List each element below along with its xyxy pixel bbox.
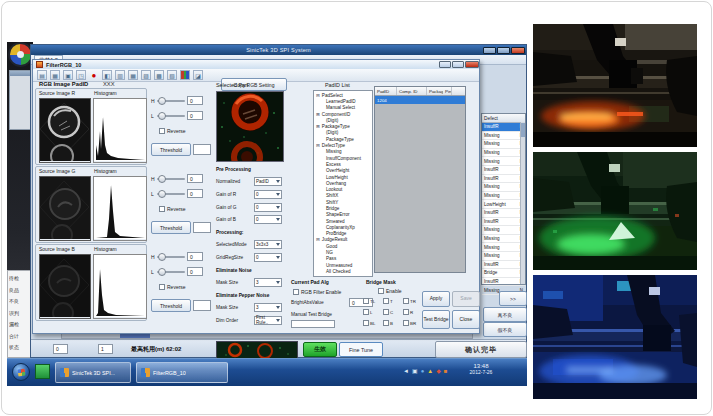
bridge-cell-checkbox[interactable] — [403, 298, 409, 304]
tray-icon[interactable]: ▲ — [427, 368, 433, 374]
expand-icon[interactable]: ⊞ — [316, 124, 320, 129]
apply-button[interactable]: Apply — [422, 291, 450, 307]
h-value-g[interactable]: 0 — [187, 174, 203, 183]
defect-row[interactable]: MissingN — [482, 149, 525, 158]
l-slider-r[interactable] — [157, 112, 185, 120]
source-image-b[interactable] — [39, 254, 91, 319]
param-dropdown[interactable]: 0 — [254, 253, 282, 262]
rgb-filter-icon[interactable] — [180, 70, 190, 80]
tray-icon[interactable]: ◆ — [436, 368, 441, 374]
bridge-mask-cell[interactable]: TR — [403, 298, 423, 304]
tray-icon[interactable]: ◄ — [403, 368, 409, 374]
l-slider-b[interactable] — [157, 268, 185, 276]
bridge-mask-cell[interactable]: TL — [363, 298, 383, 304]
record-icon[interactable]: ● — [89, 70, 99, 80]
defect-column-header[interactable]: Defect — [482, 114, 525, 123]
param-dropdown[interactable]: 0 — [254, 203, 282, 212]
param-dropdown[interactable]: PadID — [254, 177, 282, 186]
source-image-r[interactable] — [39, 98, 91, 163]
defect-row[interactable]: InsuffRN — [482, 261, 525, 270]
h-slider-r[interactable] — [157, 97, 185, 105]
taskbar-app-button[interactable]: FilterRGB_10 — [136, 362, 228, 383]
save-icon[interactable]: ▦ — [50, 70, 60, 80]
h-slider-g[interactable] — [157, 175, 185, 183]
print-icon[interactable]: ▣ — [63, 70, 73, 80]
reverse-checkbox-g[interactable] — [159, 206, 165, 212]
reverse-checkbox-r[interactable] — [159, 128, 165, 134]
source-image-g[interactable] — [39, 176, 91, 241]
bridge-enable-checkbox[interactable] — [378, 288, 384, 294]
defect-row[interactable]: InsuffRN — [482, 175, 525, 184]
tray-icon[interactable]: ■ — [444, 368, 448, 374]
threshold-value-g[interactable] — [193, 222, 211, 233]
bridge-cell-checkbox[interactable] — [403, 309, 409, 315]
brush-icon[interactable]: ▧ — [167, 70, 177, 80]
rgb-filter-checkbox[interactable] — [293, 289, 299, 295]
more-defects-button[interactable]: >> — [499, 291, 527, 306]
status-value-1[interactable]: 0 — [53, 344, 68, 354]
h-value-b[interactable]: 0 — [187, 252, 203, 261]
tray-icon[interactable]: ▣ — [412, 368, 418, 374]
real-defect-button[interactable]: 真不良 — [483, 307, 527, 322]
defect-row[interactable]: MissingN — [482, 157, 525, 166]
defect-row[interactable]: InsuffRN — [482, 166, 525, 175]
rgb-filter-enable[interactable]: RGB Filter Enable — [293, 289, 341, 295]
fine-tune-button[interactable]: Fine Tune — [339, 342, 383, 357]
layers-icon[interactable]: ▩ — [154, 70, 164, 80]
defect-row[interactable]: MissingN — [482, 243, 525, 252]
grid-icon[interactable]: ▦ — [128, 70, 138, 80]
pad-table-column-header[interactable]: Package — [427, 87, 443, 95]
camera-icon[interactable]: ◳ — [76, 70, 86, 80]
l-slider-g[interactable] — [157, 190, 185, 198]
zoom-icon[interactable]: ◧ — [102, 70, 112, 80]
taskbar-clock[interactable]: 13:48 2012-7-26 — [455, 363, 507, 375]
defect-row[interactable]: BridgeN — [482, 269, 525, 278]
defect-row[interactable]: MissingN — [482, 132, 525, 141]
pad-table-column-header[interactable]: Comp. ID — [397, 87, 427, 95]
expand-icon[interactable]: ⊞ — [316, 112, 320, 117]
param-dropdown[interactable]: 3x3x3 — [254, 240, 282, 249]
bridge-cell-checkbox[interactable] — [363, 298, 369, 304]
selected-part-image[interactable] — [216, 91, 284, 162]
main-window-titlebar[interactable]: SinicTek 3D SPI System — [31, 45, 526, 55]
start-button[interactable] — [12, 363, 30, 381]
defect-row[interactable]: LowHeightN — [482, 200, 525, 209]
bridge-mask-cell[interactable]: B — [383, 320, 403, 326]
defect-row[interactable]: InsuffRN — [482, 218, 525, 227]
tree-item[interactable]: All Checked — [316, 268, 372, 274]
dialog-maximize-icon[interactable] — [452, 61, 464, 68]
defect-row[interactable]: InsuffRN — [482, 209, 525, 218]
help-icon[interactable]: ◪ — [193, 70, 203, 80]
bridge-mask-cell[interactable]: BL — [363, 320, 383, 326]
defect-row[interactable]: InsuffRN — [482, 123, 525, 132]
bridge-mask-cell[interactable]: T — [383, 298, 403, 304]
param-dropdown[interactable]: 3 — [254, 278, 282, 287]
bridge-mask-enable[interactable]: Enable — [378, 288, 402, 294]
close-icon[interactable] — [511, 47, 525, 54]
reverse-checkbox-b[interactable] — [159, 284, 165, 290]
l-value-r[interactable]: 0 — [187, 111, 203, 120]
confirm-complete-button[interactable]: 确认完毕 — [435, 341, 527, 358]
bridge-cell-checkbox[interactable] — [383, 320, 389, 326]
threshold-value-b[interactable] — [193, 300, 211, 311]
taskbar-app-button[interactable]: SinicTek 3D SPI... — [55, 362, 131, 383]
image-icon[interactable]: ▨ — [141, 70, 151, 80]
open-icon[interactable]: ▤ — [37, 70, 47, 80]
defect-row[interactable]: MissingN — [482, 235, 525, 244]
defect-row[interactable]: MissingN — [482, 192, 525, 201]
h-value-r[interactable]: 0 — [187, 96, 203, 105]
false-defect-button[interactable]: 假不良 — [483, 322, 527, 337]
maximize-icon[interactable] — [497, 47, 510, 54]
threshold-button-b[interactable]: Threshold — [151, 299, 191, 312]
bridge-cell-checkbox[interactable] — [383, 309, 389, 315]
pad-table-column-header[interactable]: Pin — [443, 87, 452, 95]
test-bridge-button[interactable]: Test Bridge — [422, 310, 450, 329]
threshold-button-g[interactable]: Threshold — [151, 221, 191, 234]
bridge-cell-checkbox[interactable] — [403, 320, 409, 326]
status-value-2[interactable]: 1 — [98, 344, 113, 354]
bridge-cell-checkbox[interactable] — [363, 320, 369, 326]
defect-row[interactable]: MissingN — [482, 183, 525, 192]
bridge-mask-cell[interactable]: R — [403, 309, 423, 315]
defect-row[interactable]: MissingN — [482, 140, 525, 149]
param-dropdown[interactable]: 0 — [254, 215, 282, 224]
